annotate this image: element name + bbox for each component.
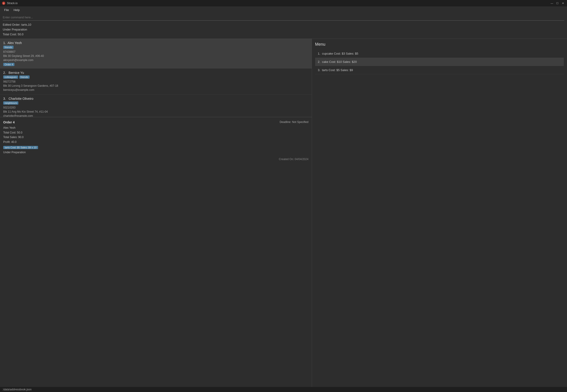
contact-phone: 87438807 [3, 50, 308, 54]
contacts-list: 1. Alex Yeoh friends 87438807 Blk 30 Gey… [0, 39, 312, 117]
status-bar: .\data\addressbook.json [0, 387, 567, 392]
title-bar-controls: — ☐ ✕ [550, 1, 565, 5]
file-menu[interactable]: File [2, 7, 11, 13]
order-detail-section: Order 4 Deadline: Not Specified Alex Yeo… [0, 117, 312, 387]
main-layout: 1. Alex Yeoh friends 87438807 Blk 30 Gey… [0, 39, 567, 387]
order-total-cost: Total Cost: 50.0 [3, 130, 308, 135]
command-bar [0, 13, 567, 21]
contact-item-charlotte-oliveiro[interactable]: 3. Charlotte Oliveiro neighbours 9321028… [0, 95, 312, 117]
order-status: Under Preparation [3, 151, 308, 154]
left-column: 1. Alex Yeoh friends 87438807 Blk 30 Gey… [0, 39, 312, 387]
menu-title: Menu [315, 42, 564, 47]
order-total-sales: Total Sales: 90.0 [3, 135, 308, 140]
menu-label: cake Cost: $10 Sales: $20 [322, 60, 357, 64]
contact-email: alexyeoh@example.com [3, 58, 308, 62]
app-icon: S [2, 1, 5, 5]
command-input[interactable] [3, 15, 564, 21]
contact-address: Blk 30 Geylang Street 29, #06-40 [3, 54, 308, 58]
menu-entry-cupcake[interactable]: 1. cupcake Cost: $3 Sales: $5 [315, 50, 564, 58]
order-profit: Profit: 40.0 [3, 140, 308, 144]
order-deadline: Deadline: Not Specified [280, 120, 308, 124]
tag-neighbours: neighbours [3, 101, 18, 105]
menu-label: cupcake Cost: $3 Sales: $5 [322, 52, 358, 55]
contact-name: 1. Alex Yeoh [3, 41, 308, 45]
preparation-status-label: Under Preparation [3, 27, 564, 32]
title-bar-left: S Strack.io [2, 1, 18, 5]
order-created-on: Created On: 04/04/2024 [3, 158, 308, 161]
contact-tags: neighbours [3, 101, 308, 105]
contact-index: 3. [3, 97, 6, 100]
tag-friends: friends [19, 75, 29, 79]
menu-entry-tarts[interactable]: 3. tarts Cost: $5 Sales: $9 [315, 66, 564, 74]
minimize-button[interactable]: — [550, 1, 554, 5]
contact-address: Blk 11 Ang Mo Kio Street 74, #11-04 [3, 110, 308, 114]
menu-panel: Menu 1. cupcake Cost: $3 Sales: $5 2. ca… [312, 39, 567, 387]
contact-address: Blk 30 Lorong 3 Serangoon Gardens, #07-1… [3, 84, 308, 88]
svg-text:S: S [3, 2, 4, 5]
contact-name: 3. Charlotte Oliveiro [3, 97, 308, 100]
contact-phone: 99272758 [3, 80, 308, 84]
title-bar: S Strack.io — ☐ ✕ [0, 0, 567, 6]
title-text: Strack.io [7, 2, 18, 5]
total-cost-label: Total Cost: 50.0 [3, 32, 564, 37]
contact-index: 2. [3, 71, 6, 75]
contact-tags: friends [3, 46, 308, 49]
info-panel: Edited Order: tarts,10 Under Preparation… [0, 21, 567, 39]
menu-label: tarts Cost: $5 Sales: $9 [322, 68, 353, 72]
menu-index: 1. [318, 52, 320, 55]
contact-order-tag: Order 4 [3, 63, 14, 66]
contact-item-alex-yeoh[interactable]: 1. Alex Yeoh friends 87438807 Blk 30 Gey… [0, 39, 312, 69]
order-header: Order 4 Deadline: Not Specified [3, 120, 308, 124]
maximize-button[interactable]: ☐ [555, 1, 560, 5]
help-menu[interactable]: Help [11, 7, 22, 13]
contact-tags: colleagues friends [3, 75, 308, 79]
menu-index: 2. [318, 60, 320, 64]
edited-order-label: Edited Order: tarts,10 [3, 23, 564, 27]
tag-friends: friends [3, 46, 14, 49]
menu-bar: File Help [0, 6, 567, 13]
status-text: .\data\addressbook.json [2, 388, 31, 391]
menu-entry-cake[interactable]: 2. cake Cost: $10 Sales: $20 [315, 58, 564, 66]
order-customer: Alex Yeoh [3, 126, 308, 130]
close-button[interactable]: ✕ [561, 1, 565, 5]
menu-index: 3. [318, 68, 320, 72]
contact-fullname: Charlotte Oliveiro [9, 97, 33, 100]
contact-item-bernice-yu[interactable]: 2. Bernice Yu colleagues friends 9927275… [0, 69, 312, 95]
contact-fullname: Alex Yeoh [8, 41, 22, 45]
order-title: Order 4 [3, 120, 15, 124]
contact-index: 1. [3, 41, 6, 45]
tag-colleagues: colleagues [3, 75, 18, 79]
contact-name: 2. Bernice Yu [3, 71, 308, 75]
contact-fullname: Bernice Yu [9, 71, 24, 75]
order-item-tag: tarts Cost: $5 Sales: $9 x 10 [3, 146, 38, 149]
contact-email: charlotte@example.com [3, 114, 308, 117]
contact-phone: 93210283 [3, 106, 308, 110]
order-detail-panel: Order 4 Deadline: Not Specified Alex Yeo… [0, 117, 312, 164]
contact-email: berniceyu@example.com [3, 88, 308, 92]
